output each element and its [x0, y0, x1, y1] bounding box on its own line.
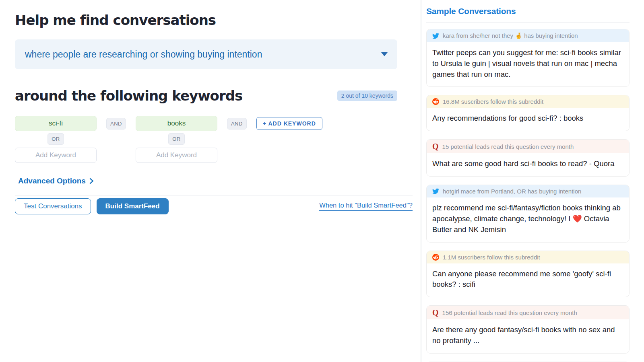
keyword-chip-books[interactable]: books: [136, 116, 217, 131]
build-smartfeed-button[interactable]: Build SmartFeed: [97, 198, 169, 214]
quora-icon: Q: [432, 142, 439, 150]
sidebar-divider: [426, 22, 630, 23]
conversation-card-body: Twitter peeps can you suggest for me: sc…: [427, 42, 629, 86]
chevron-down-icon: [381, 52, 388, 56]
intent-select-value: where people are researching or showing …: [25, 49, 262, 60]
keyword-chip-sci-fi[interactable]: sci-fi: [15, 116, 97, 131]
conversation-card-header-text: 16.8M suscribers follow this subreddit: [443, 98, 543, 105]
or-badge: OR: [47, 133, 64, 145]
and-badge: AND: [227, 118, 247, 130]
advanced-options-label: Advanced Options: [18, 177, 86, 185]
conversation-card-body: Are there any good fantasy/sci-fi books …: [427, 319, 629, 353]
conversation-card-header: 16.8M suscribers follow this subreddit: [427, 95, 629, 108]
conversation-card-header: hotgirl mace from Portland, OR has buyin…: [427, 185, 629, 197]
conversation-card-header: kara from she/her not they 🤞 has buying …: [427, 29, 629, 42]
sidebar-title: Sample Conversations: [426, 6, 630, 16]
add-keyword-input-2[interactable]: [136, 148, 217, 163]
or-badge: OR: [168, 133, 185, 145]
conversation-card-header-text: 1.1M suscribers follow this subreddit: [443, 254, 540, 261]
build-smartfeed-help-link[interactable]: When to hit "Build SmartFeed"?: [319, 202, 413, 211]
twitter-icon: [432, 188, 439, 195]
conversation-card[interactable]: Q 15 potential leads read this question …: [426, 139, 630, 177]
main-divider: [15, 195, 413, 195]
conversation-card-body: Any recommendations for good sci-fi? : b…: [427, 108, 629, 131]
conversation-card-header: Q 156 potential leads read this question…: [427, 306, 629, 319]
chevron-right-icon: [89, 177, 94, 185]
keywords-counter-badge: 2 out of 10 keywords: [337, 90, 397, 101]
conversation-card-body: What are some good hard sci-fi books to …: [427, 153, 629, 176]
actions-row: Test Conversations Build SmartFeed When …: [15, 198, 413, 214]
conversation-card-header-text: hotgirl mace from Portland, OR has buyin…: [443, 188, 581, 195]
keywords-heading: around the following keywords: [15, 88, 242, 104]
conversation-card[interactable]: hotgirl mace from Portland, OR has buyin…: [426, 185, 630, 242]
twitter-icon: [432, 33, 439, 39]
keywords-row: sci-fi OR AND books OR AND + ADD KEYWORD: [15, 116, 413, 163]
reddit-icon: [432, 98, 439, 105]
keywords-header: around the following keywords 2 out of 1…: [15, 88, 397, 104]
sample-conversations-sidebar: Sample Conversations kara from she/her n…: [421, 0, 644, 362]
reddit-icon: [432, 254, 439, 261]
conversation-card-body: plz recommend me sci-fi/fantasy/fiction …: [427, 197, 629, 242]
advanced-options-link[interactable]: Advanced Options: [18, 177, 94, 185]
add-keyword-input-1[interactable]: [15, 148, 97, 163]
conversation-card-header-text: kara from she/her not they 🤞 has buying …: [443, 32, 578, 39]
keyword-column-2: books OR: [136, 116, 217, 163]
quora-icon: Q: [432, 309, 439, 317]
page-title: Help me find conversations: [15, 12, 413, 28]
conversation-card[interactable]: 1.1M suscribers follow this subreddit Ca…: [426, 251, 630, 298]
conversation-card[interactable]: Q 156 potential leads read this question…: [426, 305, 630, 354]
conversation-card-header-text: 15 potential leads read this question ev…: [442, 143, 574, 150]
test-conversations-button[interactable]: Test Conversations: [15, 198, 91, 214]
main-panel: Help me find conversations where people …: [0, 0, 421, 362]
conversation-card[interactable]: 16.8M suscribers follow this subreddit A…: [426, 95, 630, 131]
conversation-card-body: Can anyone please recommend me some 'goo…: [427, 263, 629, 297]
and-badge: AND: [106, 118, 126, 130]
add-keyword-button[interactable]: + ADD KEYWORD: [256, 117, 322, 130]
conversation-card-header: Q 15 potential leads read this question …: [427, 140, 629, 153]
conversation-card-header-text: 156 potential leads read this question e…: [442, 309, 577, 316]
keyword-column-1: sci-fi OR: [15, 116, 97, 163]
intent-select[interactable]: where people are researching or showing …: [15, 39, 397, 69]
conversation-card[interactable]: kara from she/her not they 🤞 has buying …: [426, 29, 630, 87]
conversation-card-header: 1.1M suscribers follow this subreddit: [427, 251, 629, 263]
